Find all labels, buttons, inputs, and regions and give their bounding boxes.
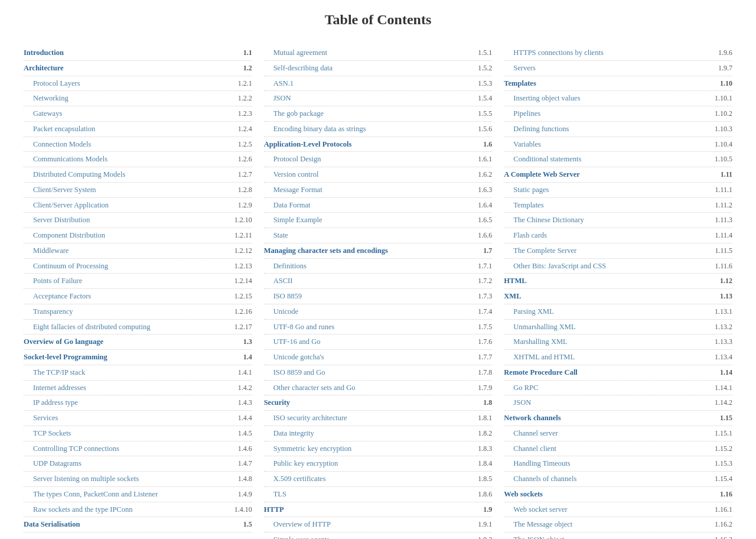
toc-link[interactable]: ISO 8859 and Go bbox=[273, 367, 325, 378]
toc-link[interactable]: The gob package bbox=[273, 108, 324, 119]
toc-link[interactable]: Server Distribution bbox=[33, 215, 90, 226]
toc-link[interactable]: IP address type bbox=[33, 397, 78, 408]
toc-link[interactable]: HTTP bbox=[264, 504, 284, 515]
toc-link[interactable]: Internet addresses bbox=[33, 382, 86, 394]
toc-link[interactable]: Channels of channels bbox=[513, 473, 576, 485]
toc-link[interactable]: XML bbox=[504, 291, 521, 302]
toc-link[interactable]: Transparency bbox=[33, 306, 73, 317]
toc-link[interactable]: Client/Server Application bbox=[33, 200, 109, 211]
toc-link[interactable]: Parsing XML bbox=[513, 306, 553, 317]
toc-link[interactable]: UTF-16 and Go bbox=[273, 336, 321, 348]
toc-link[interactable]: Packet encapsulation bbox=[33, 124, 95, 135]
toc-link[interactable]: Unicode bbox=[273, 306, 298, 317]
toc-link[interactable]: State bbox=[273, 230, 288, 241]
toc-link[interactable]: Web socket server bbox=[513, 504, 567, 515]
toc-link[interactable]: HTML bbox=[504, 275, 526, 287]
toc-link[interactable]: Raw sockets and the type IPConn bbox=[33, 504, 132, 515]
toc-link[interactable]: Channel client bbox=[513, 443, 556, 454]
toc-link[interactable]: Client/Server System bbox=[33, 184, 96, 196]
toc-link[interactable]: Conditional statements bbox=[513, 154, 581, 165]
toc-entry: Security1.8 bbox=[264, 395, 493, 411]
toc-number: 1.2.12 bbox=[234, 245, 252, 256]
toc-link[interactable]: The Chinese Dictionary bbox=[513, 215, 584, 226]
toc-link[interactable]: Network channels bbox=[504, 413, 561, 424]
toc-link[interactable]: Communications Models bbox=[33, 154, 107, 165]
toc-link[interactable]: Defining functions bbox=[513, 124, 569, 135]
toc-link[interactable]: Overview of Go language bbox=[24, 336, 103, 348]
toc-link[interactable]: Acceptance Factors bbox=[33, 291, 91, 302]
toc-link[interactable]: Points of Failure bbox=[33, 275, 82, 287]
toc-link[interactable]: Definitions bbox=[273, 261, 307, 272]
toc-link[interactable]: Managing character sets and encodings bbox=[264, 245, 388, 256]
toc-link[interactable]: Servers bbox=[513, 63, 536, 74]
toc-link[interactable]: XHTML and HTML bbox=[513, 352, 575, 363]
toc-link[interactable]: The Message object bbox=[513, 519, 572, 530]
toc-link[interactable]: Continuum of Processing bbox=[33, 261, 108, 272]
toc-link[interactable]: JSON bbox=[513, 397, 531, 408]
toc-link[interactable]: Protocol Layers bbox=[33, 78, 80, 89]
toc-link[interactable]: UDP Datagrams bbox=[33, 458, 82, 469]
toc-link[interactable]: Services bbox=[33, 413, 58, 424]
toc-link[interactable]: Variables bbox=[513, 139, 541, 150]
toc-link[interactable]: Security bbox=[264, 397, 290, 408]
toc-link[interactable]: Pipelines bbox=[513, 108, 540, 119]
toc-link[interactable]: Message Format bbox=[273, 184, 322, 196]
toc-link[interactable]: Simple Example bbox=[273, 215, 322, 226]
toc-link[interactable]: Architecture bbox=[24, 63, 64, 74]
toc-link[interactable]: ISO 8859 bbox=[273, 291, 302, 302]
toc-link[interactable]: TCP Sockets bbox=[33, 428, 71, 439]
toc-link[interactable]: Mutual agreement bbox=[273, 47, 327, 59]
toc-link[interactable]: Socket-level Programming bbox=[24, 352, 107, 363]
toc-link[interactable]: ISO security architecture bbox=[273, 413, 347, 424]
toc-link[interactable]: The Complete Server bbox=[513, 245, 576, 256]
toc-link[interactable]: Version control bbox=[273, 169, 319, 180]
toc-link[interactable]: Data Serialisation bbox=[24, 519, 80, 530]
toc-link[interactable]: Web sockets bbox=[504, 489, 543, 500]
toc-link[interactable]: Unmarshalling XML bbox=[513, 322, 575, 333]
toc-link[interactable]: Distributed Computing Models bbox=[33, 169, 125, 180]
toc-link[interactable]: Marshalling XML bbox=[513, 336, 567, 348]
toc-link[interactable]: Self-describing data bbox=[273, 63, 333, 74]
toc-link[interactable]: X.509 certificates bbox=[273, 473, 326, 485]
toc-link[interactable]: Gateways bbox=[33, 108, 62, 119]
toc-link[interactable]: Templates bbox=[513, 200, 543, 211]
toc-link[interactable]: ASN.1 bbox=[273, 78, 294, 89]
toc-link[interactable]: Flash cards bbox=[513, 230, 547, 241]
toc-link[interactable]: Connection Models bbox=[33, 139, 91, 150]
toc-link[interactable]: Encoding binary data as strings bbox=[273, 124, 366, 135]
toc-link[interactable]: UTF-8 Go and runes bbox=[273, 322, 335, 333]
toc-link[interactable]: Application-Level Protocols bbox=[264, 139, 352, 150]
toc-link[interactable]: The types Conn, PacketConn and Listener bbox=[33, 489, 158, 500]
toc-link[interactable]: Go RPC bbox=[513, 382, 538, 394]
toc-link[interactable]: Other Bits: JavaScript and CSS bbox=[513, 261, 606, 272]
toc-link[interactable]: Channel server bbox=[513, 428, 558, 439]
toc-link[interactable]: Middleware bbox=[33, 245, 69, 256]
toc-link[interactable]: Data integrity bbox=[273, 428, 314, 439]
toc-link[interactable]: HTTPS connections by clients bbox=[513, 47, 603, 59]
toc-link[interactable]: Unicode gotcha's bbox=[273, 352, 324, 363]
toc-link[interactable]: Networking bbox=[33, 93, 69, 104]
toc-link[interactable]: Controlling TCP connections bbox=[33, 443, 119, 454]
toc-link[interactable]: The TCP/IP stack bbox=[33, 367, 85, 378]
toc-link[interactable]: Overview of HTTP bbox=[273, 519, 331, 530]
toc-link[interactable]: Introduction bbox=[24, 47, 64, 59]
toc-link[interactable]: Simple user-agents bbox=[273, 534, 330, 539]
toc-link[interactable]: Remote Procedure Call bbox=[504, 367, 578, 378]
toc-link[interactable]: ASCII bbox=[273, 275, 293, 287]
toc-link[interactable]: A Complete Web Server bbox=[504, 169, 580, 180]
toc-link[interactable]: Symmetric key encryption bbox=[273, 443, 352, 454]
toc-link[interactable]: The JSON object bbox=[513, 534, 564, 539]
toc-link[interactable]: Other character sets and Go bbox=[273, 382, 356, 394]
toc-link[interactable]: Inserting object values bbox=[513, 93, 580, 104]
toc-link[interactable]: JSON bbox=[273, 93, 291, 104]
toc-link[interactable]: Public key encryption bbox=[273, 458, 338, 469]
toc-link[interactable]: Templates bbox=[504, 78, 536, 89]
toc-link[interactable]: Protocol Design bbox=[273, 154, 321, 165]
toc-link[interactable]: Eight fallacies of distributed computing bbox=[33, 322, 151, 333]
toc-link[interactable]: Component Distribution bbox=[33, 230, 105, 241]
toc-link[interactable]: Data Format bbox=[273, 200, 311, 211]
toc-link[interactable]: Handling Timeouts bbox=[513, 458, 570, 469]
toc-link[interactable]: TLS bbox=[273, 489, 286, 500]
toc-link[interactable]: Static pages bbox=[513, 184, 549, 196]
toc-link[interactable]: Server listening on multiple sockets bbox=[33, 473, 139, 485]
